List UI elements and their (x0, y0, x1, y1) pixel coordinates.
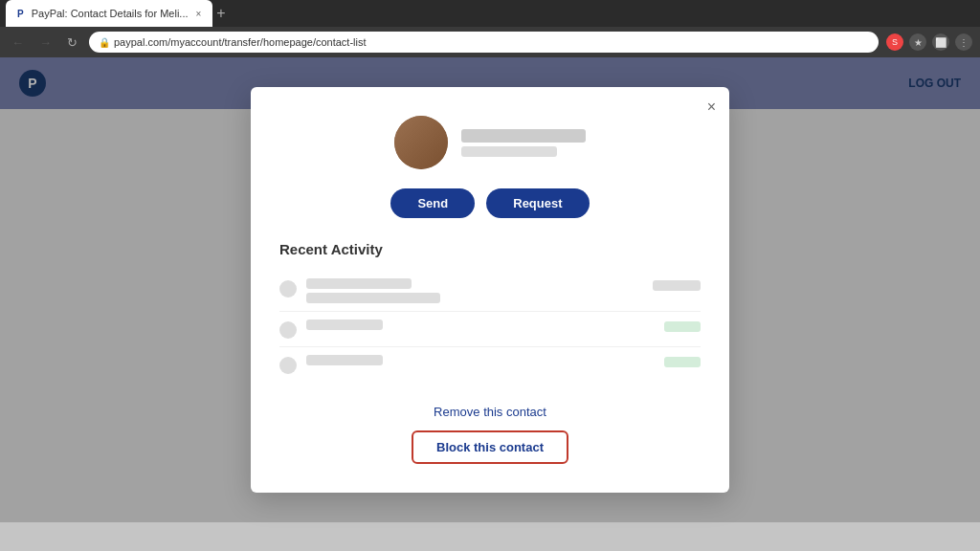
activity-line-1 (306, 320, 383, 330)
new-tab-btn[interactable]: + (216, 5, 225, 22)
activity-row (279, 312, 701, 347)
contact-email (461, 146, 557, 157)
activity-row (279, 271, 701, 312)
activity-icon (279, 321, 297, 339)
recent-activity-title: Recent Activity (279, 241, 701, 257)
menu-icon[interactable]: ⋮ (955, 33, 972, 51)
modal-links: Remove this contact Block this contact (279, 405, 701, 464)
activity-list (279, 271, 701, 382)
activity-amount (664, 357, 701, 367)
back-btn[interactable]: ← (8, 33, 28, 52)
screenshot-icon[interactable]: ⬜ (932, 33, 949, 51)
modal-close-button[interactable]: × (707, 99, 716, 116)
browser-toolbar-icons: S ★ ⬜ ⋮ (886, 33, 972, 51)
send-button[interactable]: Send (390, 188, 475, 218)
bookmark-icon[interactable]: ★ (909, 33, 926, 51)
remove-contact-link[interactable]: Remove this contact (434, 405, 546, 419)
recent-activity-section: Recent Activity (279, 241, 701, 382)
contact-header (279, 116, 701, 169)
address-input[interactable]: 🔒 paypal.com/myaccount/transfer/homepage… (89, 32, 879, 53)
activity-amount (653, 280, 701, 291)
activity-row (279, 347, 701, 382)
address-bar: ← → ↻ 🔒 paypal.com/myaccount/transfer/ho… (0, 27, 980, 57)
activity-icon (279, 357, 297, 374)
activity-text (306, 278, 440, 303)
tab-bar: P PayPal: Contact Details for Meli... × … (0, 0, 980, 27)
extensions-icon[interactable]: S (886, 33, 903, 51)
tab-title: PayPal: Contact Details for Meli... (32, 8, 189, 19)
activity-left (279, 278, 440, 303)
tab-favicon: P (17, 9, 24, 19)
forward-btn[interactable]: → (35, 33, 56, 52)
page-background: P LOG OUT × Send Request (0, 57, 980, 522)
activity-left (279, 320, 383, 339)
request-button[interactable]: Request (486, 188, 589, 218)
activity-amount (664, 321, 701, 332)
contact-detail-modal: × Send Request Recent Activity (251, 87, 729, 493)
activity-text (306, 320, 383, 330)
avatar-image (394, 116, 448, 169)
contact-name (461, 129, 586, 143)
active-tab[interactable]: P PayPal: Contact Details for Meli... × (6, 0, 212, 27)
address-text: paypal.com/myaccount/transfer/homepage/c… (114, 36, 367, 48)
avatar (394, 116, 448, 169)
activity-icon (279, 280, 297, 298)
tab-close-btn[interactable]: × (196, 9, 202, 19)
modal-overlay: × Send Request Recent Activity (0, 57, 980, 522)
action-buttons: Send Request (279, 188, 701, 218)
block-contact-button[interactable]: Block this contact (412, 430, 568, 464)
activity-left (279, 355, 383, 374)
refresh-btn[interactable]: ↻ (63, 33, 81, 52)
activity-text (306, 355, 383, 365)
activity-line-2 (306, 293, 440, 303)
activity-line-1 (306, 355, 383, 365)
contact-info (461, 129, 586, 157)
activity-line-1 (306, 278, 412, 289)
